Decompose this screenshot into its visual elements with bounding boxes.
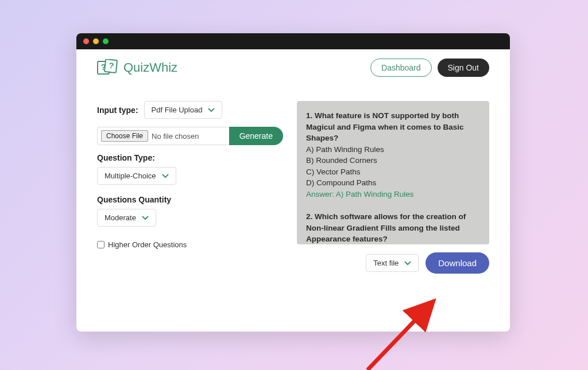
question-type-select[interactable]: Multiple-Choice — [97, 167, 176, 185]
chevron-down-icon — [404, 261, 411, 266]
questions-quantity-select[interactable]: Moderate — [97, 209, 156, 227]
app-title: QuizWhiz — [123, 60, 177, 75]
chevron-down-icon — [142, 216, 149, 220]
form-column: Input type: Pdf File Upload Choose File … — [97, 101, 283, 332]
content-area: Input type: Pdf File Upload Choose File … — [76, 84, 510, 332]
file-upload-row: Choose File No file chosen Generate — [97, 127, 283, 145]
download-format-select[interactable]: Text file — [366, 254, 419, 272]
chevron-down-icon — [208, 108, 215, 112]
chevron-down-icon — [162, 174, 169, 178]
question-type-label: Question Type: — [97, 153, 283, 162]
app-window: ? ? QuizWhiz Dashboard Sign Out Input ty… — [76, 33, 510, 332]
question-1-option-c: C) Vector Paths — [306, 166, 480, 178]
question-2-title: 2. Which software allows for the creatio… — [306, 211, 480, 244]
close-icon[interactable] — [83, 38, 89, 44]
titlebar — [76, 33, 510, 49]
file-status: No file chosen — [152, 132, 199, 141]
output-column: 1. What feature is NOT supported by both… — [297, 101, 489, 332]
question-1-answer: Answer: A) Path Winding Rules — [306, 189, 480, 200]
input-type-value: Pdf File Upload — [152, 106, 203, 114]
input-type-row: Input type: Pdf File Upload — [97, 101, 283, 119]
generate-button[interactable]: Generate — [229, 127, 283, 145]
logo: ? ? QuizWhiz — [97, 59, 177, 76]
logo-icon: ? ? — [97, 59, 120, 76]
file-input[interactable]: Choose File No file chosen — [97, 127, 229, 145]
higher-order-checkbox[interactable] — [97, 241, 105, 248]
input-type-label: Input type: — [97, 106, 138, 115]
question-1-option-d: D) Compound Paths — [306, 177, 480, 189]
download-format-value: Text file — [373, 259, 399, 267]
question-1-title: 1. What feature is NOT supported by both… — [306, 110, 480, 144]
question-type-value: Multiple-Choice — [105, 172, 156, 180]
question-1-option-b: B) Rounded Corners — [306, 155, 480, 166]
download-button[interactable]: Download — [425, 252, 489, 274]
higher-order-label: Higher Order Questions — [108, 240, 187, 249]
questions-quantity-label: Questions Quantity — [97, 195, 283, 204]
higher-order-row[interactable]: Higher Order Questions — [97, 240, 283, 249]
maximize-icon[interactable] — [103, 38, 109, 44]
download-row: Text file Download — [297, 252, 489, 274]
signout-button[interactable]: Sign Out — [438, 59, 489, 77]
svg-text:?: ? — [109, 61, 114, 71]
header: ? ? QuizWhiz Dashboard Sign Out — [76, 49, 510, 84]
questions-quantity-value: Moderate — [105, 213, 136, 222]
choose-file-button[interactable]: Choose File — [101, 130, 148, 142]
output-box: 1. What feature is NOT supported by both… — [297, 101, 489, 244]
question-1-option-a: A) Path Winding Rules — [306, 144, 480, 155]
input-type-select[interactable]: Pdf File Upload — [144, 101, 223, 119]
dashboard-button[interactable]: Dashboard — [370, 59, 432, 77]
header-buttons: Dashboard Sign Out — [370, 59, 489, 77]
minimize-icon[interactable] — [93, 38, 99, 44]
